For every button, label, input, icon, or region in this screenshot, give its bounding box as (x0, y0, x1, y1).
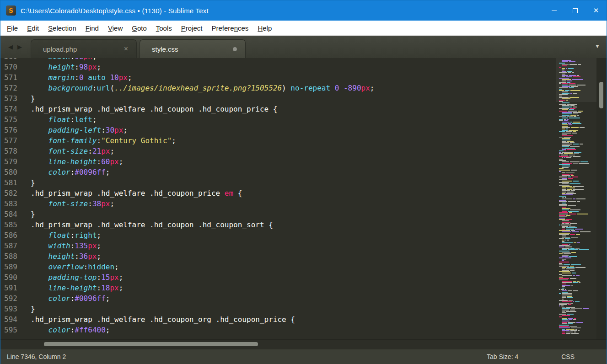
code-line[interactable]: 584} (0, 209, 374, 219)
code-line[interactable]: 576 padding-left:30px; (0, 125, 374, 135)
statusbar: Line 7346, Column 2 Tab Size: 4 CSS (0, 349, 607, 364)
line-number: 592 (0, 293, 31, 304)
back-icon[interactable]: ◀ (8, 43, 13, 50)
line-number: 573 (0, 93, 31, 104)
tab-size-button[interactable]: Tab Size: 4 (487, 353, 518, 360)
minimap[interactable] (556, 58, 596, 339)
line-number: 576 (0, 125, 31, 135)
maximize-icon (573, 8, 578, 13)
minimize-icon (552, 11, 557, 11)
code-line[interactable]: 579 line-height:60px; (0, 156, 374, 167)
logo-letter: S (9, 7, 13, 14)
line-number: 587 (0, 241, 31, 251)
line-number: 591 (0, 283, 31, 293)
tab-bar: ◀ ▶ upload.php×style.css ▼ (0, 36, 607, 58)
line-number: 594 (0, 314, 31, 325)
line-number: 589 (0, 262, 31, 272)
menu-item-edit[interactable]: Edit (22, 21, 43, 36)
code-area[interactable]: 569 width:98px;570 height:98px;571 margi… (0, 58, 374, 335)
code-line[interactable]: 578 font-size:21px; (0, 146, 374, 156)
line-number: 582 (0, 188, 31, 198)
menu-item-project[interactable]: Project (177, 21, 207, 36)
code-line[interactable]: 593} (0, 304, 374, 314)
menu-item-tools[interactable]: Tools (151, 21, 177, 36)
line-number: 574 (0, 104, 31, 114)
syntax-button[interactable]: CSS (561, 353, 575, 360)
line-number: 569 (0, 58, 31, 62)
line-number: 590 (0, 272, 31, 283)
close-button[interactable]: ✕ (586, 0, 607, 21)
menu-item-preferences[interactable]: Preferences (207, 21, 253, 36)
line-number: 585 (0, 219, 31, 230)
close-icon: ✕ (593, 7, 599, 14)
line-number: 588 (0, 251, 31, 262)
chevron-down-icon[interactable]: ▼ (595, 43, 600, 49)
code-line[interactable]: 570 height:98px; (0, 62, 374, 72)
code-line[interactable]: 591 line-height:18px; (0, 283, 374, 293)
menu-item-help[interactable]: Help (253, 21, 276, 36)
code-line[interactable]: 572 background:url(../images/indexhead_s… (0, 83, 374, 93)
code-line[interactable]: 587 width:135px; (0, 241, 374, 251)
menu-item-view[interactable]: View (103, 21, 127, 36)
line-number: 586 (0, 230, 31, 241)
code-line[interactable]: 592 color:#0096ff; (0, 293, 374, 304)
window-title: C:\Users\Colorado\Desktop\style.css • (1… (21, 7, 209, 15)
code-line[interactable]: 582.hd_prism_wrap .hd_welfare .hd_coupon… (0, 188, 374, 198)
line-number: 578 (0, 146, 31, 156)
line-number: 570 (0, 62, 31, 72)
sublime-logo-icon: S (6, 5, 16, 16)
code-line[interactable]: 575 float:left; (0, 114, 374, 125)
window-titlebar[interactable]: S C:\Users\Colorado\Desktop\style.css • … (0, 0, 607, 21)
menubar: FileEditSelectionFindViewGotoToolsProjec… (0, 21, 607, 36)
code-line[interactable]: 571 margin:0 auto 10px; (0, 72, 374, 83)
menu-item-file[interactable]: File (2, 21, 22, 36)
vertical-scrollbar-thumb[interactable] (599, 82, 603, 108)
code-line[interactable]: 590 padding-top:15px; (0, 272, 374, 283)
forward-icon[interactable]: ▶ (17, 43, 22, 50)
code-line[interactable]: 583 font-size:38px; (0, 198, 374, 209)
modified-dot-icon[interactable] (233, 47, 237, 51)
code-line[interactable]: 580 color:#0096ff; (0, 167, 374, 177)
menu-item-find[interactable]: Find (81, 21, 103, 36)
code-line[interactable]: 588 height:36px; (0, 251, 374, 262)
editor[interactable]: 569 width:98px;570 height:98px;571 margi… (0, 58, 607, 339)
vertical-scrollbar[interactable] (596, 58, 607, 339)
horizontal-scrollbar-thumb[interactable] (44, 342, 258, 346)
line-number: 579 (0, 156, 31, 167)
code-line[interactable]: 573} (0, 93, 374, 104)
menu-item-selection[interactable]: Selection (43, 21, 81, 36)
line-number: 595 (0, 325, 31, 335)
code-line[interactable]: 594.hd_prism_wrap .hd_welfare .hd_coupon… (0, 314, 374, 325)
code-line[interactable]: 595 color:#ff6400; (0, 325, 374, 335)
cursor-position-label: Line 7346, Column 2 (7, 353, 66, 360)
maximize-button[interactable] (564, 0, 586, 21)
tab-style-css[interactable]: style.css (140, 39, 246, 58)
minimize-button[interactable] (543, 0, 564, 21)
horizontal-scrollbar[interactable] (0, 339, 607, 349)
code-line[interactable]: 589 overflow:hidden; (0, 262, 374, 272)
line-number: 577 (0, 135, 31, 146)
line-number: 575 (0, 114, 31, 125)
code-line[interactable]: 581} (0, 177, 374, 188)
window-controls: ✕ (543, 0, 607, 21)
sublime-window: S C:\Users\Colorado\Desktop\style.css • … (0, 0, 607, 364)
tab-label: style.css (152, 45, 233, 53)
code-line[interactable]: 586 float:right; (0, 230, 374, 241)
tab-upload-php[interactable]: upload.php× (31, 39, 137, 58)
tab-label: upload.php (43, 45, 122, 53)
code-line[interactable]: 574.hd_prism_wrap .hd_welfare .hd_coupon… (0, 104, 374, 114)
line-number: 572 (0, 83, 31, 93)
line-number: 581 (0, 177, 31, 188)
menu-item-goto[interactable]: Goto (127, 21, 151, 36)
code-line[interactable]: 585.hd_prism_wrap .hd_welfare .hd_coupon… (0, 219, 374, 230)
line-number: 580 (0, 167, 31, 177)
line-number: 584 (0, 209, 31, 219)
code-line[interactable]: 569 width:98px; (0, 58, 374, 62)
line-number: 583 (0, 198, 31, 209)
tab-strip: upload.php×style.css (31, 36, 248, 58)
tab-close-icon[interactable]: × (122, 45, 130, 53)
tab-history-nav: ◀ ▶ (0, 36, 30, 58)
line-number: 571 (0, 72, 31, 83)
code-line[interactable]: 577 font-family:"Century Gothic"; (0, 135, 374, 146)
line-number: 593 (0, 304, 31, 314)
